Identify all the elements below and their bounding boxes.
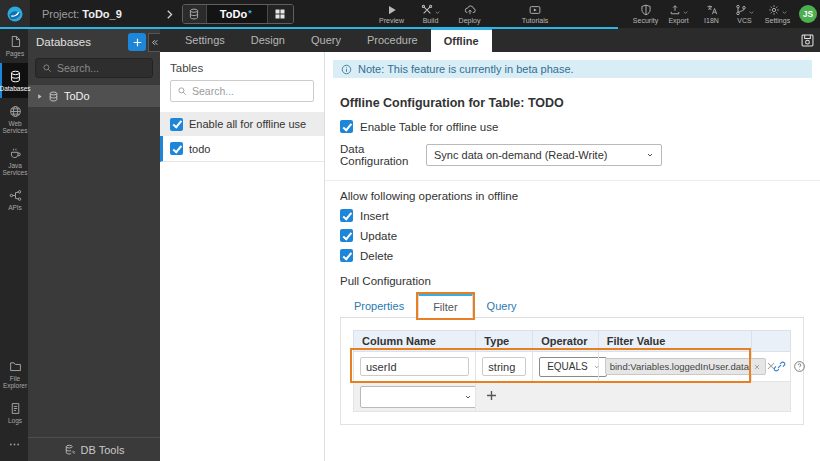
deploy-cloud-icon — [464, 4, 476, 16]
delete-checkbox[interactable] — [340, 249, 353, 262]
user-avatar[interactable]: JS — [799, 5, 817, 23]
header-actions — [751, 331, 790, 352]
tab-design[interactable]: Design — [238, 28, 298, 52]
settings-label: Settings — [765, 17, 790, 24]
chevron-down-icon — [646, 151, 654, 159]
sidebar-item-label: File Explorer — [2, 375, 28, 389]
db-tools-label: DB Tools — [81, 444, 125, 456]
play-icon — [386, 4, 398, 16]
enable-table-label: Enable Table for offline use — [360, 121, 498, 133]
pull-config-tabs: Properties Filter Query — [340, 294, 804, 318]
operations-section-label: Allow following operations in offline — [340, 190, 804, 202]
settings-button[interactable]: Settings — [761, 0, 794, 28]
sidebar-item-logs[interactable]: Logs — [0, 395, 28, 430]
enable-table-row: Enable Table for offline use — [340, 120, 804, 133]
tables-search — [170, 80, 314, 102]
sidebar-item-pages[interactable]: Pages — [0, 28, 28, 63]
help-icon — [793, 360, 806, 373]
preview-button[interactable]: Preview — [372, 0, 411, 28]
tab-query-pull[interactable]: Query — [473, 294, 531, 317]
tab-procedure[interactable]: Procedure — [354, 28, 431, 52]
database-name: ToDo — [64, 90, 90, 102]
table-item-todo[interactable]: todo — [160, 136, 324, 162]
tables-panel-title: Tables — [170, 62, 314, 74]
chevron-down-icon — [434, 9, 441, 16]
sidebar-item-label: Logs — [8, 417, 22, 424]
tab-query[interactable]: Query — [298, 28, 354, 52]
tutorials-button[interactable]: Tutorials — [512, 0, 558, 28]
i18n-button[interactable]: I18N — [695, 0, 728, 28]
enable-table-checkbox[interactable] — [340, 120, 353, 133]
tab-filter[interactable]: Filter — [418, 294, 472, 318]
security-button[interactable]: Security — [629, 0, 662, 28]
databases-search-input[interactable] — [57, 62, 143, 74]
artifact-tab-todo[interactable]: ToDo* — [182, 4, 294, 24]
build-button[interactable]: Build — [411, 0, 450, 28]
save-icon — [800, 33, 815, 48]
sidebar-item-web-services[interactable]: Web Services — [0, 98, 28, 140]
operator-select[interactable]: EQUALS — [539, 357, 607, 377]
video-icon — [529, 4, 541, 16]
delete-filter-row-button[interactable] — [765, 360, 777, 372]
update-checkbox[interactable] — [340, 229, 353, 242]
sidebar-item-java-services[interactable]: Java Services — [0, 140, 28, 182]
db-tools-button[interactable]: DB Tools — [28, 437, 160, 461]
filter-value-chip[interactable]: bind:Variables.loggedInUser.data — [605, 358, 766, 375]
sidebar-more-button[interactable] — [0, 430, 28, 461]
beta-note-banner: Note: This feature is currently in beta … — [333, 60, 812, 78]
tables-search-input[interactable] — [192, 85, 298, 97]
add-filter-button[interactable] — [485, 389, 498, 402]
enable-all-label: Enable all for offline use — [189, 118, 306, 130]
offline-config-content: Note: This feature is currently in beta … — [325, 52, 820, 461]
help-button[interactable] — [793, 360, 806, 373]
insert-checkbox[interactable] — [340, 209, 353, 222]
grid-icon[interactable] — [267, 4, 293, 24]
sidebar-item-apis[interactable]: APIs — [0, 182, 28, 217]
type-input[interactable] — [482, 357, 526, 376]
table-todo-checkbox[interactable] — [170, 142, 183, 155]
enable-all-checkbox[interactable] — [170, 118, 183, 131]
collapse-panel-button[interactable] — [148, 33, 160, 52]
data-configuration-row: Data Configuration Sync data on-demand (… — [340, 143, 804, 167]
column-name-input[interactable] — [360, 357, 469, 376]
close-icon[interactable] — [753, 363, 761, 371]
sidebar-item-databases[interactable]: Databases — [0, 63, 28, 98]
preview-label: Preview — [379, 17, 404, 24]
topbar-actions: Preview Build Deploy — [372, 0, 489, 28]
operation-insert-row: Insert — [340, 209, 804, 222]
beta-note-text: Note: This feature is currently in beta … — [358, 63, 574, 75]
info-icon — [341, 64, 352, 75]
header-filter-value: Filter Value — [598, 331, 751, 352]
vcs-button[interactable]: VCS — [728, 0, 761, 28]
wavemaker-studio: Project:ToDo_9 ToDo* Preview Build Deplo… — [0, 0, 820, 461]
insert-label: Insert — [360, 210, 389, 222]
save-button[interactable] — [800, 33, 815, 48]
tab-offline[interactable]: Offline — [431, 28, 492, 52]
build-label: Build — [423, 17, 439, 24]
filter-table: Column Name Type Operator Filter Value — [353, 330, 791, 412]
wavemaker-logo[interactable] — [0, 0, 30, 28]
export-button[interactable]: Export — [662, 0, 695, 28]
export-icon — [669, 4, 681, 16]
project-prefix: Project: — [42, 8, 79, 20]
database-tree-item-todo[interactable]: ToDo — [28, 85, 160, 107]
header-type: Type — [476, 331, 533, 352]
data-configuration-select[interactable]: Sync data on-demand (Read-Write) — [426, 144, 662, 166]
header-operator: Operator — [533, 331, 599, 352]
tab-properties[interactable]: Properties — [340, 294, 418, 317]
chevron-down-icon — [682, 9, 689, 16]
deploy-button[interactable]: Deploy — [450, 0, 489, 28]
sidebar-item-file-explorer[interactable]: File Explorer — [0, 353, 28, 395]
add-database-button[interactable] — [128, 33, 146, 51]
deploy-label: Deploy — [459, 17, 481, 24]
folder-icon — [9, 360, 22, 373]
data-configuration-label: Data Configuration — [340, 143, 426, 167]
chevron-right-icon — [164, 9, 175, 20]
rail-spacer — [0, 217, 28, 353]
caret-right-icon[interactable] — [36, 93, 43, 100]
database-icon — [9, 70, 22, 83]
enable-all-offline-row[interactable]: Enable all for offline use — [160, 112, 324, 136]
tab-settings[interactable]: Settings — [172, 28, 238, 52]
add-column-select[interactable] — [360, 386, 480, 408]
plus-icon — [132, 37, 143, 48]
